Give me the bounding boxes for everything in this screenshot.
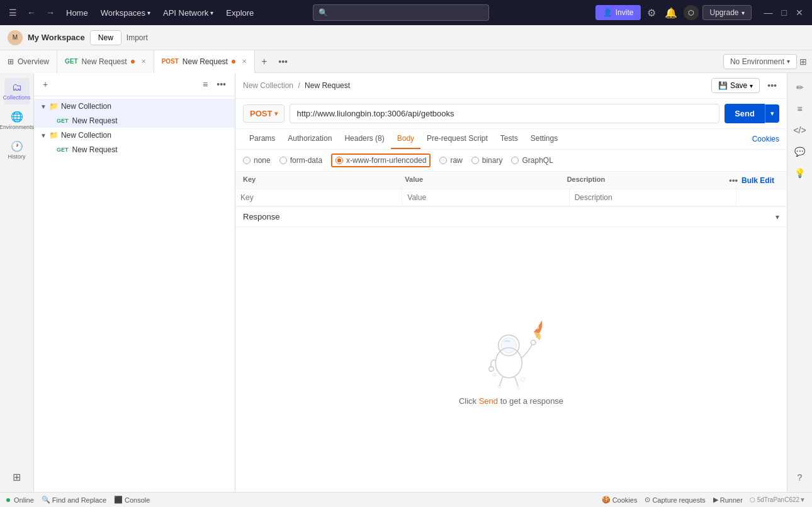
url-input[interactable] [290,104,719,123]
environment-icon[interactable]: ⊞ [799,57,807,67]
description-column-header: Description [567,176,729,185]
postbot-icon[interactable]: 💡 [791,164,809,182]
more-options-button[interactable]: ••• [765,79,779,92]
new-button[interactable]: New [90,30,121,45]
body-type-graphql[interactable]: GraphQL [511,156,553,165]
send-button[interactable]: Send [725,104,765,123]
overview-tab[interactable]: ⊞ Overview [0,50,57,73]
online-status[interactable]: Online [6,496,34,504]
request-header-icons: ••• [765,79,779,92]
collection-item-1[interactable]: ▼ 📁 New Collection [34,99,235,114]
cookies-link[interactable]: Cookies [752,135,779,143]
settings-icon[interactable]: ⚙ [645,4,658,21]
maximize-button[interactable]: □ [778,6,791,19]
collections-more-button[interactable]: ••• [214,78,228,91]
breadcrumb-collection[interactable]: New Collection [243,81,293,90]
key-input[interactable] [240,193,397,202]
request-1-name: New Request [72,116,118,125]
save-button[interactable]: 💾 Save ▾ [711,78,760,93]
more-tabs-button[interactable]: ••• [273,57,293,67]
help-icon[interactable]: ? [791,468,809,487]
documentation-icon[interactable]: ≡ [791,99,809,118]
overview-icon: ⊞ [8,57,14,66]
svg-point-6 [493,373,496,376]
tab-pre-request-script[interactable]: Pre-request Script [420,129,494,149]
response-header: Response ▾ [235,206,787,227]
send-text-highlight: Send [479,396,498,406]
add-collection-button[interactable]: + [40,78,50,91]
invite-button[interactable]: 👤 Invite [595,5,641,20]
response-collapse-button[interactable]: ▾ [775,213,779,221]
radio-urlencoded [336,157,343,164]
notifications-icon[interactable]: 🔔 [662,4,680,21]
upgrade-button[interactable]: Upgrade ▾ [702,5,751,20]
tab-body[interactable]: Body [391,129,420,149]
request-header: New Collection / New Request 💾 Save ▾ ••… [235,73,787,99]
status-bar: Online 🔍 Find and Replace ⬛ Console 🍪 Co… [0,492,812,507]
tab-params[interactable]: Params [243,129,281,149]
astronaut-illustration [473,313,549,389]
minimize-button[interactable]: — [760,6,777,19]
sidebar-item-collections[interactable]: 🗂 Collections [4,78,30,104]
tabs-bar: ⊞ Overview GET New Request ✕ POST New Re… [0,50,812,73]
add-tab-button[interactable]: + [255,56,273,67]
svg-point-9 [517,387,519,389]
svg-point-2 [501,338,516,353]
environment-selector[interactable]: No Environment ▾ [723,54,797,69]
search-icon: 🔍 [319,8,328,17]
console-icon: ⬛ [114,496,123,504]
runner-status[interactable]: ▶ Runner ⬡ 5dTraPanC622▼ [713,496,806,504]
console-button[interactable]: ⬛ Console [114,496,150,504]
tab-settings[interactable]: Settings [524,129,564,149]
hamburger-menu[interactable]: ☰ [5,5,21,20]
value-input[interactable] [407,193,563,202]
api-network-menu[interactable]: API Network ▾ [158,6,218,20]
body-type-urlencoded[interactable]: x-www-form-urlencoded [331,153,431,167]
comments-icon[interactable]: 💬 [791,142,809,161]
home-link[interactable]: Home [61,6,93,20]
account-icon[interactable]: ⬡ [684,5,699,20]
import-button[interactable]: Import [127,33,148,42]
radio-graphql [511,157,519,164]
method-selector[interactable]: POST ▾ [243,104,285,123]
close-button[interactable]: ✕ [792,6,807,19]
search-bar[interactable]: 🔍 [313,4,489,21]
tab-tests[interactable]: Tests [494,129,524,149]
tab-post-new-request[interactable]: POST New Request ✕ [154,50,255,73]
sidebar-item-environments[interactable]: 🌐 Environments [4,107,30,134]
workspaces-menu[interactable]: Workspaces ▾ [96,6,155,20]
code-snippet-icon[interactable]: </> [791,121,809,140]
edit-icon[interactable]: ✏ [791,78,809,97]
sidebar-item-history[interactable]: 🕐 History [4,136,30,164]
body-type-none[interactable]: none [243,156,271,165]
request-item-2[interactable]: GET New Request [34,143,235,157]
tab-get-new-request[interactable]: GET New Request ✕ [57,50,154,73]
sort-collections-button[interactable]: ≡ [200,78,210,91]
cookies-status[interactable]: 🍪 Cookies [602,496,638,504]
response-illustration: Click Send to get a response [459,313,563,406]
tab1-close-icon[interactable]: ✕ [141,58,146,65]
body-type-raw[interactable]: raw [439,156,462,165]
back-button[interactable]: ← [23,5,40,20]
body-type-binary[interactable]: binary [471,156,503,165]
forward-button[interactable]: → [42,5,59,20]
tab-headers[interactable]: Headers (8) [338,129,390,149]
kv-table: Key Value Description ••• Bulk Edit [235,172,787,206]
sidebar-item-mock[interactable]: ⊞ [4,467,30,487]
main-content: New Collection / New Request 💾 Save ▾ ••… [235,73,787,492]
post-method-label: POST [162,58,179,65]
explore-link[interactable]: Explore [221,6,259,20]
description-input[interactable] [575,193,731,202]
tab2-close-icon[interactable]: ✕ [242,58,247,65]
collection-item-2[interactable]: ▼ 📁 New Collection [34,128,235,143]
right-sidebar: ✏ ≡ </> 💬 💡 ? [787,73,812,492]
request-item-1[interactable]: GET New Request [34,114,235,128]
find-replace-button[interactable]: 🔍 Find and Replace [42,496,106,504]
capture-requests-status[interactable]: ⊙ Capture requests [645,496,705,504]
collections-icon: 🗂 [12,82,22,93]
bulk-edit-button[interactable]: Bulk Edit [742,176,774,185]
tab-authorization[interactable]: Authorization [281,129,338,149]
send-dropdown-button[interactable]: ▾ [765,104,779,123]
body-type-form-data[interactable]: form-data [279,156,322,165]
breadcrumb-request: New Request [305,81,350,90]
